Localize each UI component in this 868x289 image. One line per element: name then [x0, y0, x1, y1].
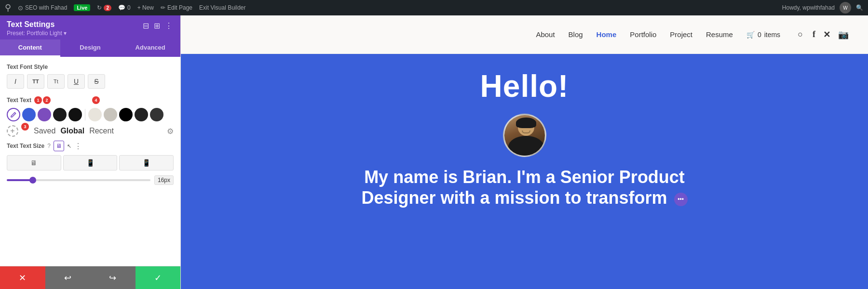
desktop-button[interactable]: 🖥 — [7, 155, 61, 171]
gear-icon[interactable]: ⚙ — [167, 127, 174, 136]
cart-item[interactable]: 🛒 0 items — [746, 31, 780, 39]
nav-link-resume[interactable]: Resume — [706, 30, 733, 39]
bottom-action-bar: ✕ ↩ ↪ ✓ — [0, 266, 180, 289]
slider-row: 16px — [7, 175, 174, 185]
mobile-button[interactable]: 📱 — [119, 155, 174, 171]
slider-value[interactable]: 16px — [154, 175, 174, 185]
save-button[interactable]: ✓ — [136, 266, 181, 289]
color-row — [7, 108, 174, 121]
exit-builder-label: Exit Visual Builder — [199, 4, 246, 11]
chevron-down-icon: ▾ — [64, 30, 67, 37]
updates-count: 2 — [104, 5, 111, 11]
hero-title: Hello! — [480, 68, 569, 104]
help-icon[interactable]: ? — [47, 143, 51, 149]
updates-item[interactable]: ↻ 2 — [97, 4, 111, 11]
panel-preset[interactable]: Preset: Portfolio Light ▾ — [7, 30, 67, 37]
add-color-button[interactable]: + — [7, 125, 18, 137]
panel-menu-button[interactable]: ⋮ — [164, 20, 174, 31]
color-swatch-purple[interactable] — [38, 108, 51, 121]
undo-button[interactable]: ↩ — [45, 266, 91, 289]
text-size-label: Text Text Size — [7, 143, 44, 149]
hero-body-text: My name is Brian. I'm a Senior Product D… — [308, 167, 742, 208]
preset-label: Preset: Portfolio Light — [7, 30, 62, 37]
color-swatch-black1[interactable] — [119, 108, 133, 121]
panel-header-icons: ⊟ ⊞ ⋮ — [142, 20, 174, 31]
device-icon-button[interactable]: 🖥 — [54, 141, 64, 151]
new-label: + New — [137, 4, 154, 11]
edit-icon: ✏ — [161, 4, 165, 11]
nav-link-about[interactable]: About — [536, 30, 555, 39]
nav-link-project[interactable]: Project — [670, 30, 692, 39]
color-swatch-dark1[interactable] — [53, 108, 67, 121]
wp-logo-item[interactable]: ⚲ — [5, 2, 11, 13]
color-swatch-black2[interactable] — [135, 108, 148, 121]
cancel-icon: ✕ — [19, 273, 26, 283]
color-swatch-light1[interactable] — [88, 108, 102, 121]
recent-link[interactable]: Recent — [89, 127, 114, 135]
nav-link-blog[interactable]: Blog — [569, 30, 583, 39]
new-item[interactable]: + New — [137, 4, 154, 11]
color-swatch-light2[interactable] — [104, 108, 117, 121]
desktop-icon: 🖥 — [30, 159, 37, 167]
instagram-icon[interactable]: 📷 — [838, 29, 849, 40]
color-swatch-dark2[interactable] — [68, 108, 82, 121]
italic-button[interactable]: I — [7, 74, 24, 89]
save-icon: ✓ — [154, 273, 162, 283]
badge-4: 4 — [92, 96, 100, 104]
search-icon[interactable]: 🔍 — [856, 4, 863, 11]
color-swatch-blue[interactable] — [22, 108, 36, 121]
color-swatch-darkgray[interactable] — [150, 108, 163, 121]
search-icon[interactable]: ○ — [798, 29, 803, 39]
tab-advanced[interactable]: Advanced — [120, 39, 180, 57]
badge-3: 3 — [21, 123, 29, 131]
slider-thumb[interactable] — [29, 177, 36, 184]
sidebar-panel: Text Settings Preset: Portfolio Light ▾ … — [0, 15, 181, 289]
nav-link-home[interactable]: Home — [597, 30, 617, 39]
nav-links: About Blog Home Portfolio Project Resume… — [536, 29, 803, 39]
cursor-icon[interactable]: ↖ — [67, 143, 71, 149]
color-edit-button[interactable] — [7, 108, 20, 121]
tablet-button[interactable]: 📱 — [63, 155, 118, 171]
admin-bar-right: Howdy, wpwithfahad W 🔍 — [782, 2, 863, 13]
panel-header-info: Text Settings Preset: Portfolio Light ▾ — [7, 20, 67, 37]
tablet-icon: 📱 — [86, 159, 95, 167]
site-name-icon: ⊙ — [18, 4, 23, 12]
exit-builder-item[interactable]: Exit Visual Builder — [199, 4, 246, 11]
global-link[interactable]: Global — [60, 127, 84, 135]
capitalize-button[interactable]: Tt — [47, 74, 65, 89]
saved-link[interactable]: Saved — [34, 127, 55, 135]
slider-track[interactable] — [7, 179, 150, 181]
device-row: 🖥 📱 📱 — [7, 155, 174, 171]
panel-minimize-button[interactable]: ⊟ — [142, 20, 150, 31]
panel-tabs: Content Design Advanced — [0, 39, 180, 57]
panel-expand-button[interactable]: ⊞ — [153, 20, 161, 31]
edit-page-item[interactable]: ✏ Edit Page — [161, 4, 192, 11]
hero-avatar — [503, 114, 546, 157]
redo-button[interactable]: ↪ — [90, 266, 136, 289]
hero-section: Hello! My name is Brian. I'm a Senior Pr… — [181, 54, 868, 289]
font-style-label: Text Font Style — [7, 64, 174, 70]
cart-items-label: items — [764, 31, 780, 39]
redo-icon: ↪ — [109, 273, 116, 283]
site-name-item[interactable]: ⊙ SEO with Fahad — [18, 4, 67, 12]
live-badge-item[interactable]: Live — [74, 4, 90, 11]
cancel-button[interactable]: ✕ — [0, 266, 45, 289]
comments-count: 0 — [127, 4, 131, 11]
tab-design[interactable]: Design — [60, 39, 121, 57]
more-options-icon[interactable]: ⋮ — [74, 142, 82, 151]
cursor-dots: ••• — [674, 193, 688, 206]
cart-icon: 🛒 — [746, 31, 755, 39]
uppercase-button[interactable]: TT — [27, 74, 44, 89]
tab-content[interactable]: Content — [0, 39, 60, 57]
strikethrough-button[interactable]: S — [88, 74, 105, 89]
badge-1: 1 — [34, 96, 42, 104]
panel-body: Text Font Style I TT Tt U S Text Text 1 … — [0, 57, 180, 266]
comments-item[interactable]: 💬 0 — [118, 4, 131, 11]
twitter-x-icon[interactable]: ✕ — [823, 29, 830, 40]
badge-2: 2 — [43, 96, 51, 104]
underline-button[interactable]: U — [68, 74, 85, 89]
color-label-text: Text Text 1 2 4 — [7, 96, 100, 104]
nav-link-portfolio[interactable]: Portfolio — [630, 30, 656, 39]
facebook-icon[interactable]: f — [813, 29, 815, 40]
font-style-row: I TT Tt U S — [7, 74, 174, 89]
